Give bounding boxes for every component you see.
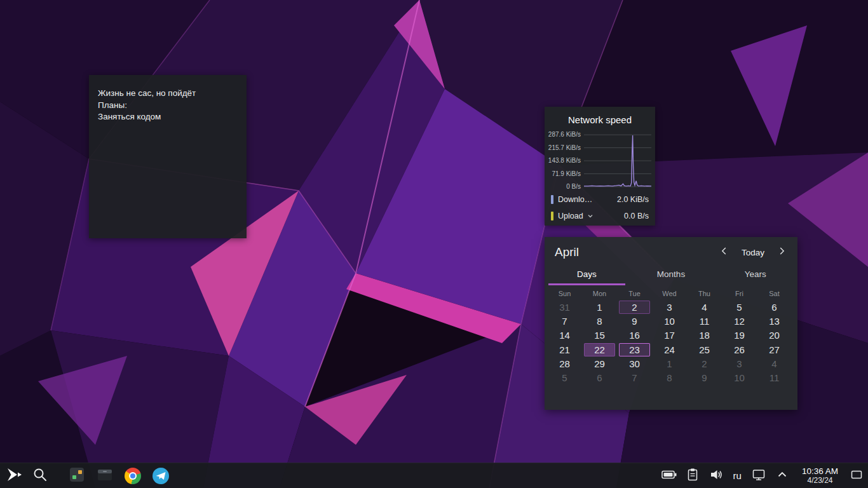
telegram-icon <box>153 468 169 484</box>
y-tick-label: 143.8 KiB/s <box>547 158 584 164</box>
network-chart: 287.6 KiB/s 215.7 KiB/s 143.8 KiB/s 71.9… <box>545 132 655 190</box>
calendar-day-17[interactable]: 17 <box>654 329 685 342</box>
clipboard-icon <box>686 468 700 484</box>
sticky-note-widget[interactable]: Жизнь не сас, но пойдёт Планы: Заняться … <box>89 75 247 238</box>
chevron-up-icon <box>775 468 789 484</box>
calendar-day-15[interactable]: 15 <box>584 329 615 342</box>
tab-months[interactable]: Months <box>629 264 714 285</box>
calendar-day-24[interactable]: 24 <box>654 343 685 356</box>
calendar-day-27[interactable]: 27 <box>759 343 790 356</box>
search-button[interactable] <box>31 466 50 485</box>
calendar-day-6-adjacent[interactable]: 6 <box>584 371 615 384</box>
calendar-day-13[interactable]: 13 <box>759 315 790 328</box>
taskbar-app-1-button[interactable] <box>67 466 86 485</box>
calendar-day-4[interactable]: 4 <box>689 301 720 314</box>
calendar-day-16[interactable]: 16 <box>619 329 650 342</box>
chevron-right-icon <box>776 245 787 259</box>
weekday-label: Mon <box>593 290 606 297</box>
weekday-label: Thu <box>698 290 710 297</box>
battery-indicator[interactable] <box>661 468 677 484</box>
calendar-month-title: April <box>555 245 717 259</box>
calendar-grid: 3112345678910111213141516171819202122232… <box>545 300 797 385</box>
weekday-label: Tue <box>628 290 641 297</box>
tab-days[interactable]: Days <box>545 264 629 285</box>
volume-icon <box>709 468 723 484</box>
calendar-day-12[interactable]: 12 <box>724 315 755 328</box>
download-label: Downlo… <box>558 195 592 204</box>
calendar-day-9[interactable]: 9 <box>619 315 650 328</box>
download-value: 2.0 KiB/s <box>617 195 649 204</box>
clock-date: 4/23/24 <box>807 476 832 485</box>
calendar-day-18[interactable]: 18 <box>689 329 720 342</box>
telegram-button[interactable] <box>151 466 170 485</box>
weekday-label: Wed <box>662 290 676 297</box>
expand-tray-button[interactable] <box>775 468 790 484</box>
upload-value: 0.0 B/s <box>624 212 649 220</box>
show-desktop-button[interactable] <box>849 468 864 484</box>
calendar-day-10-adjacent[interactable]: 10 <box>724 371 755 384</box>
upload-swatch <box>551 212 553 220</box>
calendar-day-1-adjacent[interactable]: 1 <box>654 357 685 370</box>
app-launcher-button[interactable] <box>4 466 23 485</box>
calendar-widget: April Today Days Months Years Sun Mon Tu… <box>545 237 797 410</box>
calendar-header: April Today <box>545 237 797 262</box>
app-window-icon <box>69 466 85 485</box>
calendar-day-7[interactable]: 7 <box>549 315 580 328</box>
search-icon <box>32 467 48 485</box>
calendar-day-3[interactable]: 3 <box>654 301 685 314</box>
calendar-day-30[interactable]: 30 <box>619 357 650 370</box>
network-speed-widget: Network speed 287.6 KiB/s 215.7 KiB/s 14… <box>545 107 655 226</box>
chevron-down-icon[interactable] <box>587 212 594 220</box>
calendar-day-8-adjacent[interactable]: 8 <box>654 371 685 384</box>
y-tick-label: 71.9 KiB/s <box>547 171 584 177</box>
calendar-day-31-adjacent[interactable]: 31 <box>549 301 580 314</box>
taskbar: ru 10:36 AM 4/23/24 <box>0 463 868 488</box>
note-text-line: Заняться кодом <box>98 111 238 123</box>
clock-time: 10:36 AM <box>802 467 838 476</box>
calendar-day-11[interactable]: 11 <box>689 315 720 328</box>
plasma-logo-icon <box>4 466 22 486</box>
download-swatch <box>551 195 553 204</box>
calendar-day-11-adjacent[interactable]: 11 <box>759 371 790 384</box>
file-manager-icon <box>97 466 113 485</box>
calendar-day-2[interactable]: 2 <box>619 301 650 314</box>
calendar-day-28[interactable]: 28 <box>549 357 580 370</box>
network-graph <box>584 132 651 190</box>
calendar-day-5[interactable]: 5 <box>724 301 755 314</box>
file-manager-button[interactable] <box>95 466 114 485</box>
previous-month-button[interactable] <box>717 245 731 259</box>
calendar-day-8[interactable]: 8 <box>584 315 615 328</box>
calendar-day-6[interactable]: 6 <box>759 301 790 314</box>
calendar-day-23[interactable]: 23 <box>619 343 650 356</box>
today-button[interactable]: Today <box>738 247 768 259</box>
clipboard-indicator[interactable] <box>685 468 700 484</box>
digital-clock[interactable]: 10:36 AM 4/23/24 <box>802 467 838 485</box>
calendar-day-19[interactable]: 19 <box>724 329 755 342</box>
calendar-day-21[interactable]: 21 <box>549 343 580 356</box>
show-desktop-icon <box>850 468 864 484</box>
calendar-day-5-adjacent[interactable]: 5 <box>549 371 580 384</box>
calendar-day-26[interactable]: 26 <box>724 343 755 356</box>
calendar-day-4-adjacent[interactable]: 4 <box>759 357 790 370</box>
calendar-day-14[interactable]: 14 <box>549 329 580 342</box>
battery-icon <box>661 467 677 485</box>
calendar-day-20[interactable]: 20 <box>759 329 790 342</box>
calendar-day-2-adjacent[interactable]: 2 <box>689 357 720 370</box>
volume-indicator[interactable] <box>709 468 724 484</box>
chevron-left-icon <box>719 245 730 259</box>
calendar-day-10[interactable]: 10 <box>654 315 685 328</box>
calendar-day-7-adjacent[interactable]: 7 <box>619 371 650 384</box>
calendar-day-29[interactable]: 29 <box>584 357 615 370</box>
y-tick-label: 0 B/s <box>547 184 584 190</box>
network-chart-y-axis: 287.6 KiB/s 215.7 KiB/s 143.8 KiB/s 71.9… <box>547 132 584 190</box>
chrome-button[interactable] <box>123 466 142 485</box>
calendar-day-9-adjacent[interactable]: 9 <box>689 371 720 384</box>
next-month-button[interactable] <box>775 245 789 259</box>
calendar-day-3-adjacent[interactable]: 3 <box>724 357 755 370</box>
calendar-day-22[interactable]: 22 <box>584 343 615 356</box>
calendar-day-25[interactable]: 25 <box>689 343 720 356</box>
tab-years[interactable]: Years <box>713 264 797 285</box>
calendar-day-1[interactable]: 1 <box>584 301 615 314</box>
network-indicator[interactable] <box>751 468 766 484</box>
keyboard-layout-indicator[interactable]: ru <box>732 470 743 481</box>
